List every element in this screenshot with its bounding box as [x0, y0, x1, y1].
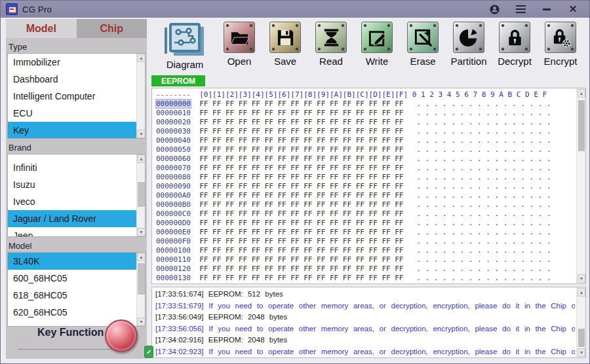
scroll-thumb[interactable] — [138, 182, 145, 207]
hex-row-000000B0[interactable]: 000000B0 FF FF FF FF FF FF FF FF FF FF F… — [156, 200, 576, 209]
hex-row-000000E0[interactable]: 000000E0 FF FF FF FF FF FF FF FF FF FF F… — [156, 228, 576, 237]
write-button[interactable]: Write — [354, 22, 400, 74]
scroll-thumb[interactable] — [578, 100, 585, 151]
pencil-icon — [361, 22, 393, 53]
type-item-key[interactable]: Key — [8, 122, 136, 139]
scroll-down-icon[interactable]: ▼ — [137, 228, 146, 236]
hex-row-00000130[interactable]: 00000130 FF FF FF FF FF FF FF FF FF FF F… — [156, 274, 576, 283]
hex-row-00000100[interactable]: 00000100 FF FF FF FF FF FF FF FF FF FF F… — [156, 246, 576, 255]
brand-item-jaguar-land-rover[interactable]: Jaguar / Land Rover — [8, 210, 136, 227]
hex-row-00000110[interactable]: 00000110 FF FF FF FF FF FF FF FF FF FF F… — [156, 255, 576, 264]
save-button[interactable]: Save — [262, 22, 308, 74]
window-title: CG Pro — [22, 5, 52, 14]
type-item-dashboard[interactable]: Dashboard — [8, 71, 136, 88]
hex-row-00000070[interactable]: 00000070 FF FF FF FF FF FF FF FF FF FF F… — [156, 164, 576, 173]
open-button[interactable]: Open — [216, 22, 262, 74]
menu-icon[interactable] — [513, 3, 528, 16]
erase-button[interactable]: Erase — [400, 22, 446, 74]
partition-button[interactable]: Partition — [446, 22, 492, 74]
scroll-up-icon[interactable]: ▲ — [578, 89, 585, 98]
tab-model[interactable]: Model — [6, 19, 77, 38]
tab-chip[interactable]: Chip — [77, 19, 148, 38]
brand-label: Brand — [9, 143, 147, 153]
tool-label: Decrypt — [498, 56, 532, 67]
scroll-up-icon[interactable]: ▲ — [137, 54, 146, 62]
hex-row-00000090[interactable]: 00000090 FF FF FF FF FF FF FF FF FF FF F… — [156, 182, 576, 191]
encrypt-button[interactable]: Encrypt — [538, 22, 583, 74]
user-icon[interactable] — [487, 3, 502, 16]
hex-row-00000080[interactable]: 00000080 FF FF FF FF FF FF FF FF FF FF F… — [156, 173, 576, 182]
model-item-3l40k[interactable]: 3L40K — [8, 253, 136, 270]
key-function-section: Key Function — [6, 317, 147, 357]
tool-label: Diagram — [167, 59, 204, 70]
close-button[interactable]: ✕ — [566, 3, 580, 16]
hex-row-00000000[interactable]: 00000000 FF FF FF FF FF FF FF FF FF FF F… — [156, 100, 576, 109]
key-function-label: Key Function — [37, 327, 104, 348]
key-function-button[interactable] — [105, 319, 138, 352]
hex-row-00000050[interactable]: 00000050 FF FF FF FF FF FF FF FF FF FF F… — [156, 145, 576, 155]
sidebar: Model Chip Type ImmobilizerDashboardInte… — [6, 19, 147, 359]
scroll-thumb[interactable] — [578, 329, 585, 347]
hex-row-00000030[interactable]: 00000030 FF FF FF FF FF FF FF FF FF FF F… — [156, 127, 576, 136]
titlebar[interactable]: CG Pro ✕ — [1, 1, 589, 18]
diagram-icon — [169, 23, 201, 52]
hex-row-00000040[interactable]: 00000040 FF FF FF FF FF FF FF FF FF FF F… — [156, 136, 576, 145]
hex-row-00000020[interactable]: 00000020 FF FF FF FF FF FF FF FF FF FF F… — [156, 118, 576, 127]
brand-list[interactable]: InfinitiIsuzuIvecoJaguar / Land RoverJee… — [7, 154, 146, 237]
model-item-618-68hc05[interactable]: 618_68HC05 — [8, 287, 136, 304]
hex-row-00000120[interactable]: 00000120 FF FF FF FF FF FF FF FF FF FF F… — [156, 264, 576, 274]
scroll-up-icon[interactable]: ▲ — [137, 253, 146, 261]
hex-row-000000A0[interactable]: 000000A0 FF FF FF FF FF FF FF FF FF FF F… — [156, 191, 576, 200]
folder-icon — [224, 22, 255, 53]
model-label: Model — [9, 241, 147, 251]
model-list[interactable]: 3L40K600_68HC05618_68HC05620_68HC0575_68… — [7, 252, 146, 327]
log-line: [17:33:51:674] EEPROM: 512 bytes — [155, 289, 575, 300]
type-list[interactable]: ImmobilizerDashboardIntelligent Computer… — [7, 53, 146, 139]
lock-gear-icon — [545, 22, 576, 53]
hex-scrollbar[interactable]: ▲ ▼ — [576, 88, 585, 283]
brand-item-infiniti[interactable]: Infiniti — [8, 159, 136, 176]
model-list-scrollbar[interactable]: ▲ ▼ — [136, 253, 145, 326]
wand-icon — [407, 22, 439, 53]
hex-row-000000C0[interactable]: 000000C0 FF FF FF FF FF FF FF FF FF FF F… — [156, 209, 576, 219]
brand-item-jeep[interactable]: Jeep — [8, 227, 136, 237]
toolbar: DiagramOpenSaveReadWriteErasePartitionDe… — [153, 22, 587, 74]
tool-label: Read — [319, 56, 343, 67]
read-button[interactable]: Read — [308, 22, 354, 74]
log-scrollbar[interactable]: ▲ ▼ — [576, 287, 585, 357]
tool-label: Encrypt — [544, 56, 578, 67]
brand-item-iveco[interactable]: Iveco — [8, 193, 136, 210]
scroll-up-icon[interactable]: ▲ — [578, 288, 585, 297]
tool-label: Erase — [410, 56, 435, 67]
tool-label: Save — [274, 56, 296, 67]
hex-row-00000060[interactable]: 00000060 FF FF FF FF FF FF FF FF FF FF F… — [156, 155, 576, 164]
scroll-up-icon[interactable]: ▲ — [137, 155, 146, 163]
scroll-down-icon[interactable]: ▼ — [578, 274, 585, 283]
hex-row-000000F0[interactable]: 000000F0 FF FF FF FF FF FF FF FF FF FF F… — [156, 237, 576, 246]
type-item-ecu[interactable]: ECU — [8, 105, 136, 122]
hex-row-00000010[interactable]: 00000010 FF FF FF FF FF FF FF FF FF FF F… — [156, 109, 576, 118]
log-line: [17:33:56:049] EEPROM: 2048 bytes — [155, 312, 575, 323]
hex-row-000000D0[interactable]: 000000D0 FF FF FF FF FF FF FF FF FF FF F… — [156, 219, 576, 228]
model-item-600-68hc05[interactable]: 600_68HC05 — [8, 270, 136, 287]
log-line: [17:33:56:056] If you need to operate ot… — [155, 323, 575, 335]
hex-editor[interactable]: -------- [0][1][2][3][4][5][6][7][8][9][… — [151, 88, 586, 284]
pie-icon — [453, 22, 484, 53]
type-item-immobilizer[interactable]: Immobilizer — [8, 54, 136, 71]
scroll-thumb[interactable] — [138, 263, 145, 295]
selected-indicator — [165, 27, 167, 54]
type-label: Type — [9, 42, 147, 52]
brand-item-isuzu[interactable]: Isuzu — [8, 176, 136, 193]
scroll-down-icon[interactable]: ▼ — [137, 130, 146, 138]
tool-label: Partition — [450, 56, 486, 67]
lock-icon — [499, 22, 530, 53]
region-badge: EEPROM — [151, 75, 205, 86]
scroll-down-icon[interactable]: ▼ — [578, 348, 585, 357]
diagram-button[interactable]: Diagram — [153, 22, 216, 74]
minimize-button[interactable] — [540, 3, 554, 16]
type-list-scrollbar[interactable]: ▲ ▼ — [136, 54, 145, 138]
brand-list-scrollbar[interactable]: ▲ ▼ — [136, 155, 145, 236]
decrypt-button[interactable]: Decrypt — [492, 22, 538, 74]
type-item-intelligent-computer[interactable]: Intelligent Computer — [8, 88, 136, 105]
log-line: [17:34:02:923] If you need to operate ot… — [155, 346, 575, 358]
